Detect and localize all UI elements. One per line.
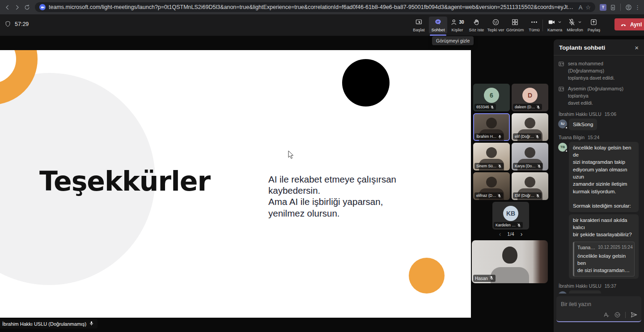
chat-bubble-icon: [434, 18, 442, 26]
more-button[interactable]: Tümü: [525, 17, 543, 34]
participant-tile[interactable]: Ddaleen (D…: [512, 84, 548, 111]
bookmark-star-icon[interactable]: ☆: [585, 4, 591, 11]
mic-off-icon: [537, 164, 541, 168]
mic-options-chevron-icon[interactable]: [578, 20, 582, 24]
back-icon[interactable]: [4, 4, 11, 11]
participant-tile[interactable]: İbrahim H…: [473, 113, 510, 141]
share-start-button[interactable]: Başlat: [410, 17, 428, 34]
mic-off-icon: [535, 135, 539, 139]
quote-author: Tuana…: [577, 244, 595, 251]
divider: [542, 20, 543, 31]
tile-name-plate: Karya (Do…: [513, 163, 543, 169]
chat-message-bubble: bir karakteri nasıl akılda kalıcı bir şe…: [569, 214, 639, 279]
close-icon[interactable]: ×: [635, 44, 639, 51]
slide-orange-circle: [409, 258, 445, 294]
tile-pagination: ‹ 1/4 ›: [472, 230, 549, 238]
divider: [620, 4, 621, 11]
url-text[interactable]: teams.microsoft.com/light-meetings/launc…: [49, 4, 576, 10]
browser-menu-icon[interactable]: ⋮: [635, 4, 640, 11]
mic-off-icon: [497, 194, 501, 198]
page-indicator: 1/4: [507, 231, 514, 237]
participant-tile[interactable]: Elif (Doğr…: [512, 172, 548, 200]
mic-off-icon: [489, 276, 494, 281]
profile-icon[interactable]: [625, 4, 632, 11]
presence-dot: [565, 149, 568, 153]
participant-tile[interactable]: elif (Doğr…: [512, 113, 548, 141]
chat-message-list: sera mohammed (Doğrulanmamış) toplantıya…: [554, 56, 644, 294]
chat-avatar: TB: [558, 143, 567, 152]
meeting-toolbar: 57:29 Başlat Sohbet 30 Kişiler: [0, 14, 644, 36]
view-button[interactable]: Görünüm: [506, 17, 524, 34]
microphone-button[interactable]: Mikrofon: [565, 17, 584, 34]
chat-message-bubble: öncelikle kolay gelsin ben de sizi insta…: [569, 142, 639, 212]
slide-body-text: AI ile rekabet etmeye çalışırsan kaybede…: [268, 174, 396, 219]
tile-name-plate: Hasan: [473, 275, 496, 282]
participant-tile[interactable]: KBKardelen …: [492, 202, 529, 230]
react-button[interactable]: Tepki ver: [487, 17, 505, 34]
quoted-message: Tuana…10.12.2025 15:24öncelikle kolay ge…: [573, 242, 635, 277]
system-message: Aysemin (Doğrulanmamış) toplantıya davet…: [558, 85, 640, 106]
chat-button[interactable]: Sohbet: [429, 17, 447, 34]
teams-extension-icon[interactable]: T: [600, 4, 606, 11]
system-message: sera mohammed (Doğrulanmamış) toplantıya…: [558, 60, 640, 81]
camera-options-chevron-icon[interactable]: [558, 20, 562, 24]
page-next-icon[interactable]: ›: [521, 230, 523, 238]
meeting-stage: Teşekkürler AI ile rekabet etmeye çalışı…: [0, 36, 644, 332]
participant-tile[interactable]: 6653346: [473, 84, 510, 111]
mic-off-icon: [517, 223, 521, 227]
toolbar-buttons: Başlat Sohbet 30 Kişiler Söz iste: [410, 17, 543, 34]
forward-icon[interactable]: [13, 4, 21, 11]
page-prev-icon[interactable]: ‹: [499, 230, 501, 238]
tile-name-plate: Elif (Doğr…: [513, 192, 542, 199]
avatar: KB: [503, 206, 518, 221]
translate-icon[interactable]: A: [579, 4, 583, 11]
message-author-header: İbrahim Hakkı USLU15:37: [559, 283, 640, 289]
screen-share-icon: [415, 18, 423, 26]
slide-title: Teşekkürler: [39, 166, 210, 197]
format-icon[interactable]: [603, 311, 610, 318]
clipboard-extension-icon[interactable]: [609, 4, 616, 11]
people-button[interactable]: 30 Kişiler: [448, 17, 466, 34]
participant-tiles: 6653346 Ddaleen (D… İbrahim H… elif (Doğ…: [472, 84, 549, 230]
tile-name-plate: Sinem Sü…: [475, 163, 504, 169]
tile-name-plate: Kardelen …: [494, 222, 523, 228]
shared-presentation-slide: Teşekkürler AI ile rekabet etmeye çalışı…: [0, 50, 471, 318]
invite-icon: [558, 86, 564, 92]
participant-tile[interactable]: Karya (Do…: [512, 143, 548, 170]
raise-hand-button[interactable]: Söz iste: [467, 17, 486, 34]
compose-box[interactable]: [556, 296, 641, 322]
mic-on-icon: [498, 135, 502, 139]
presenter-name-label: İbrahim Hakkı USLU (Doğrulanmamış): [0, 319, 97, 328]
tile-name-plate: daleen (D…: [513, 104, 542, 110]
leave-button[interactable]: Ayrıl: [614, 18, 644, 30]
tooltip: Görüşmeyi gizle: [432, 36, 474, 45]
author-name: Tuana Bilgin: [559, 135, 585, 140]
message-time: 15:24: [588, 135, 599, 140]
spotlight-tile[interactable]: Hasan: [472, 240, 548, 283]
chat-header: Toplantı sohbeti ×: [554, 39, 644, 55]
mouse-cursor: [288, 150, 294, 161]
participant-tile[interactable]: Sinem Sü…: [473, 143, 510, 170]
device-buttons: Kamera Mikrofon Paylaş: [546, 17, 602, 34]
hangup-icon: [620, 21, 627, 28]
emoji-icon[interactable]: [614, 311, 621, 318]
address-bar[interactable]: teams.microsoft.com/light-meetings/launc…: [35, 2, 595, 12]
message-time: 15:37: [605, 283, 616, 289]
browser-toolbar: teams.microsoft.com/light-meetings/launc…: [0, 0, 644, 14]
reload-icon[interactable]: [23, 4, 30, 11]
mic-off-icon: [489, 276, 494, 280]
quote-text: öncelikle kolay gelsin ben de sizi insta…: [577, 252, 631, 274]
share-button[interactable]: Paylaş: [586, 17, 602, 34]
camera-icon: [548, 18, 555, 26]
people-icon: [450, 18, 458, 26]
message-input[interactable]: [561, 301, 637, 307]
invite-icon: [558, 61, 564, 67]
camera-button[interactable]: Kamera: [546, 17, 564, 34]
quote-time: 10.12.2025 15:24: [598, 244, 633, 251]
message-author-header: Tuana Bilgin15:24: [559, 135, 640, 140]
send-icon[interactable]: [630, 311, 638, 319]
mic-off-icon: [536, 105, 540, 109]
shield-icon: [4, 21, 11, 27]
chat-message-bubble: Metal Slug: [569, 290, 601, 294]
participant-tile[interactable]: elifnaz (D…: [473, 172, 510, 200]
